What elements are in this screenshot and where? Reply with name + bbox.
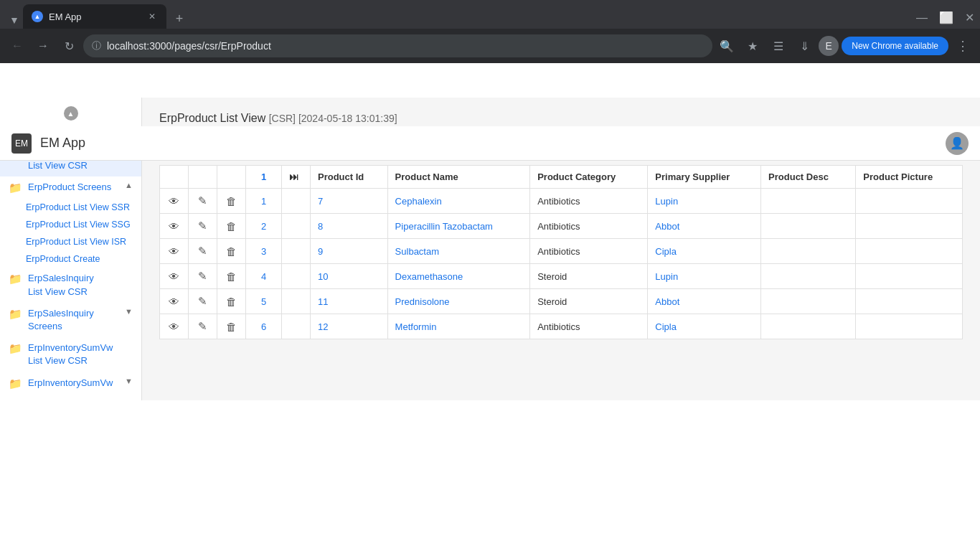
row-primary-supplier[interactable]: Lupin: [648, 264, 761, 289]
sidebar-sub-item-ssr[interactable]: ErpProduct List View SSR: [0, 199, 141, 216]
delete-icon[interactable]: 🗑: [226, 321, 237, 333]
row-product-picture: [856, 314, 963, 339]
row-product-id[interactable]: 12: [311, 314, 388, 339]
address-bar[interactable]: ⓘ localhost:3000/pages/csr/ErpProduct: [83, 34, 712, 57]
user-avatar[interactable]: 👤: [946, 132, 969, 155]
row-product-name[interactable]: Sulbactam: [387, 239, 530, 264]
table-row: 👁 ✎ 🗑 2 8 Piperacillin Tazobactam Antibi…: [160, 214, 963, 239]
row-product-name[interactable]: Dexamethasone: [387, 264, 530, 289]
minimize-button[interactable]: —: [916, 11, 928, 24]
sidebar-item-erp-inventory-sum-vw-screens[interactable]: 📁 ErpInventorySumVw ▼: [0, 372, 141, 395]
folder-icon: 📁: [9, 273, 22, 286]
row-product-name[interactable]: Piperacillin Tazobactam: [387, 214, 530, 239]
row-product-desc: [761, 289, 856, 314]
new-tab-button[interactable]: +: [169, 9, 189, 29]
row-product-desc: [761, 264, 856, 289]
delete-icon[interactable]: 🗑: [226, 195, 237, 207]
row-delete-cell: 🗑: [217, 189, 246, 214]
row-product-desc: [761, 214, 856, 239]
sidebar-item-erp-product-screens[interactable]: 📁 ErpProduct Screens ▲: [0, 176, 141, 199]
row-eye-cell: 👁: [160, 289, 189, 314]
profile-button[interactable]: E: [819, 36, 839, 56]
edit-icon[interactable]: ✎: [198, 295, 207, 307]
app-title: EM App: [40, 136, 85, 151]
tab-close-button[interactable]: ✕: [146, 11, 158, 22]
chrome-update-button[interactable]: New Chrome available: [842, 37, 948, 55]
bookmark-button[interactable]: ★: [741, 34, 764, 57]
row-primary-supplier[interactable]: Abbot: [648, 289, 761, 314]
edit-icon[interactable]: ✎: [198, 245, 207, 257]
row-product-id[interactable]: 9: [311, 239, 388, 264]
download-button[interactable]: ⇓: [793, 34, 816, 57]
row-product-desc: [761, 314, 856, 339]
row-edit-cell: ✎: [189, 239, 217, 264]
sidebar-item-erp-sales-inquiry-csr[interactable]: 📁 ErpSalesInquiryList View CSR: [0, 268, 141, 302]
back-button[interactable]: ←: [6, 34, 29, 57]
col-primary-supplier: Primary Supplier: [648, 166, 761, 189]
view-icon[interactable]: 👁: [169, 270, 179, 283]
row-edit-cell: ✎: [189, 314, 217, 339]
col-num: 1: [246, 166, 282, 189]
sidebar-sub-item-ssg[interactable]: ErpProduct List View SSG: [0, 216, 141, 233]
extensions-button[interactable]: ☰: [767, 34, 790, 57]
secure-icon: ⓘ: [92, 39, 101, 52]
edit-icon[interactable]: ✎: [198, 220, 207, 232]
delete-icon[interactable]: 🗑: [226, 270, 237, 283]
delete-icon[interactable]: 🗑: [226, 245, 237, 258]
sidebar-sub-item-isr[interactable]: ErpProduct List View ISR: [0, 233, 141, 250]
app-header: EM EM App 👤: [0, 126, 980, 161]
row-primary-supplier[interactable]: Lupin: [648, 189, 761, 214]
view-icon[interactable]: 👁: [169, 296, 179, 308]
row-product-desc: [761, 189, 856, 214]
view-icon[interactable]: 👁: [169, 245, 179, 258]
folder-icon: 📁: [9, 182, 22, 194]
close-button[interactable]: ✕: [965, 11, 974, 24]
tab-list-button[interactable]: ▼: [6, 11, 23, 29]
row-skip: [282, 239, 311, 264]
reload-button[interactable]: ↻: [57, 34, 80, 57]
sidebar-item-label: ErpInventorySumVwList View CSR: [28, 342, 113, 367]
row-delete-cell: 🗑: [217, 289, 246, 314]
row-product-id[interactable]: 7: [311, 189, 388, 214]
row-product-category: Steroid: [530, 289, 648, 314]
row-product-name[interactable]: Prednisolone: [387, 289, 530, 314]
tab-title: EM App: [49, 11, 141, 22]
row-skip: [282, 214, 311, 239]
view-icon[interactable]: 👁: [169, 321, 179, 333]
row-primary-supplier[interactable]: Cipla: [648, 239, 761, 264]
row-product-id[interactable]: 8: [311, 214, 388, 239]
view-icon[interactable]: 👁: [169, 220, 179, 232]
sidebar-sub-item-create[interactable]: ErpProduct Create: [0, 250, 141, 268]
edit-icon[interactable]: ✎: [198, 194, 207, 207]
edit-icon[interactable]: ✎: [198, 320, 207, 332]
edit-icon[interactable]: ✎: [198, 270, 207, 282]
row-product-id[interactable]: 10: [311, 264, 388, 289]
row-skip: [282, 289, 311, 314]
browser-menu-button[interactable]: ⋮: [951, 34, 974, 57]
row-product-id[interactable]: 11: [311, 289, 388, 314]
delete-icon[interactable]: 🗑: [226, 220, 237, 232]
row-num: 6: [246, 314, 282, 339]
col-eye: [160, 166, 189, 189]
forward-button[interactable]: →: [32, 34, 55, 57]
row-product-name[interactable]: Cephalexin: [387, 189, 530, 214]
scroll-up-arrow[interactable]: ▲: [64, 106, 78, 121]
row-product-category: Antibiotics: [530, 214, 648, 239]
maximize-button[interactable]: ⬜: [939, 11, 953, 24]
row-edit-cell: ✎: [189, 264, 217, 289]
row-eye-cell: 👁: [160, 214, 189, 239]
sidebar-item-erp-inventory-sum-vw-csr[interactable]: 📁 ErpInventorySumVwList View CSR: [0, 337, 141, 372]
table-row: 👁 ✎ 🗑 4 10 Dexamethasone Steroid Lupin: [160, 264, 963, 289]
row-primary-supplier[interactable]: Abbot: [648, 214, 761, 239]
row-product-picture: [856, 189, 963, 214]
row-delete-cell: 🗑: [217, 214, 246, 239]
active-tab[interactable]: ▲ EM App ✕: [23, 4, 166, 29]
skip-forward-icon[interactable]: ⏭: [289, 171, 298, 182]
row-product-name[interactable]: Metformin: [387, 314, 530, 339]
view-icon[interactable]: 👁: [169, 195, 179, 207]
search-button[interactable]: 🔍: [715, 34, 738, 57]
sidebar-item-erp-sales-inquiry-screens[interactable]: 📁 ErpSalesInquiry Screens ▼: [0, 303, 141, 337]
delete-icon[interactable]: 🗑: [226, 296, 237, 308]
row-primary-supplier[interactable]: Cipla: [648, 314, 761, 339]
col-delete: [217, 166, 246, 189]
